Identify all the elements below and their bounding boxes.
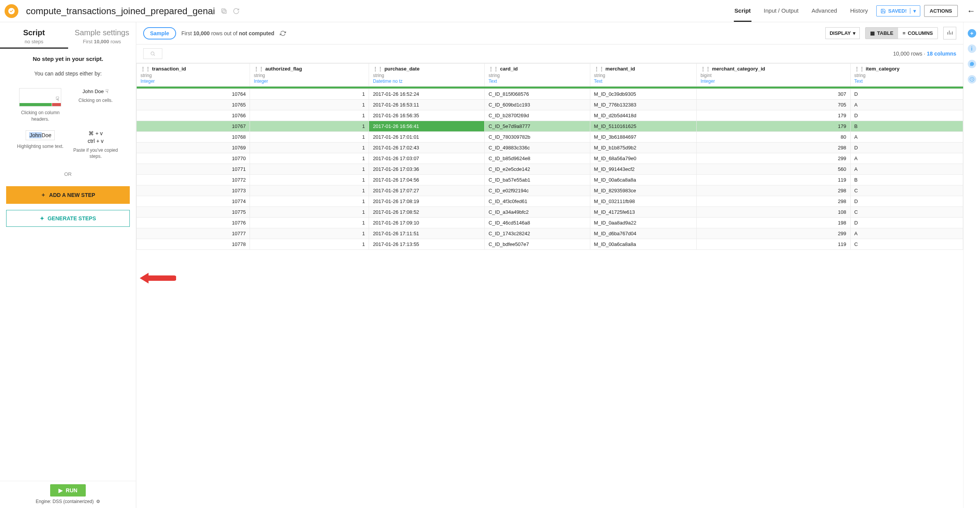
table-cell[interactable]: 179 <box>697 110 850 121</box>
table-cell[interactable]: 1 <box>250 196 369 207</box>
table-cell[interactable]: M_ID_0c39db9305 <box>590 89 696 100</box>
gear-icon[interactable]: ⚙ <box>96 499 100 504</box>
table-cell[interactable]: 10769 <box>137 143 250 153</box>
table-cell[interactable]: 2017-01-26 16:56:41 <box>369 121 485 132</box>
saved-button[interactable]: SAVED! ▾ <box>876 5 920 16</box>
table-cell[interactable]: 1 <box>250 100 369 110</box>
table-cell[interactable]: 2017-01-26 17:04:56 <box>369 175 485 185</box>
rail-add-icon[interactable]: + <box>968 29 976 38</box>
column-header-transaction_id[interactable]: ⋮⋮transaction_idstringInteger <box>137 64 250 87</box>
table-cell[interactable]: 2017-01-26 17:09:10 <box>369 218 485 228</box>
table-cell[interactable]: M_ID_776b132383 <box>590 100 696 110</box>
table-cell[interactable]: M_ID_00a6ca8a8a <box>590 239 696 250</box>
table-row[interactable]: 1077812017-01-26 17:13:55C_ID_bdfee507e7… <box>137 239 963 250</box>
table-cell[interactable]: B <box>850 121 963 132</box>
column-header-card_id[interactable]: ⋮⋮card_idstringText <box>485 64 590 87</box>
topnav-input-output[interactable]: Input / Output <box>763 0 799 22</box>
table-cell[interactable]: 1 <box>250 110 369 121</box>
table-cell[interactable]: M_ID_b1b875d9b2 <box>590 143 696 153</box>
refresh-icon[interactable] <box>233 8 240 15</box>
table-cell[interactable]: C_ID_e02f92194c <box>485 185 590 196</box>
table-cell[interactable]: M_ID_82935983ce <box>590 185 696 196</box>
table-cell[interactable]: D <box>850 89 963 100</box>
back-arrow-icon[interactable]: ← <box>967 6 975 16</box>
table-cell[interactable]: C_ID_780309782b <box>485 132 590 143</box>
table-cell[interactable]: 10777 <box>137 228 250 239</box>
refresh-icon[interactable] <box>280 30 286 36</box>
table-cell[interactable]: C <box>850 239 963 250</box>
table-cell[interactable]: C_ID_bdfee507e7 <box>485 239 590 250</box>
table-cell[interactable]: A <box>850 132 963 143</box>
left-tab-script[interactable]: Scriptno steps <box>0 22 68 49</box>
table-row[interactable]: 1076512017-01-26 16:53:11C_ID_609bd1c193… <box>137 100 963 110</box>
table-cell[interactable]: 2017-01-26 17:03:07 <box>369 153 485 164</box>
table-cell[interactable]: C <box>850 185 963 196</box>
table-cell[interactable]: 1 <box>250 185 369 196</box>
table-row[interactable]: 1077312017-01-26 17:07:27C_ID_e02f92194c… <box>137 185 963 196</box>
table-cell[interactable]: 307 <box>697 89 850 100</box>
table-row[interactable]: 1077212017-01-26 17:04:56C_ID_ba57e55ab1… <box>137 175 963 185</box>
table-cell[interactable]: 10773 <box>137 185 250 196</box>
table-cell[interactable]: 119 <box>697 239 850 250</box>
table-cell[interactable]: M_ID_032111fb98 <box>590 196 696 207</box>
table-cell[interactable]: M_ID_68a56a79e0 <box>590 153 696 164</box>
table-cell[interactable]: C_ID_609bd1c193 <box>485 100 590 110</box>
table-cell[interactable]: 1 <box>250 175 369 185</box>
table-cell[interactable]: C_ID_5e7d9a8777 <box>485 121 590 132</box>
table-cell[interactable]: M_ID_991443ecf2 <box>590 164 696 175</box>
table-cell[interactable]: 1 <box>250 121 369 132</box>
table-cell[interactable]: D <box>850 218 963 228</box>
table-cell[interactable]: C <box>850 207 963 218</box>
table-row[interactable]: 1077612017-01-26 17:09:10C_ID_46cd5146a8… <box>137 218 963 228</box>
table-cell[interactable]: A <box>850 153 963 164</box>
table-cell[interactable]: 2017-01-26 16:56:35 <box>369 110 485 121</box>
column-header-merchant_category_id[interactable]: ⋮⋮merchant_category_idbigintInteger <box>697 64 850 87</box>
columns-view-button[interactable]: ≡COLUMNS <box>898 28 938 39</box>
table-cell[interactable]: 299 <box>697 153 850 164</box>
data-table[interactable]: ⋮⋮transaction_idstringInteger⋮⋮authorize… <box>136 63 963 250</box>
left-tab-sample-settings[interactable]: Sample settingsFirst 10,000 rows <box>68 22 136 49</box>
table-cell[interactable]: C_ID_ba57e55ab1 <box>485 175 590 185</box>
table-cell[interactable]: D <box>850 196 963 207</box>
table-cell[interactable]: 198 <box>697 218 850 228</box>
table-cell[interactable]: A <box>850 164 963 175</box>
table-cell[interactable]: 10768 <box>137 132 250 143</box>
column-header-purchase_date[interactable]: ⋮⋮purchase_datestringDatetime no tz <box>369 64 485 87</box>
table-cell[interactable]: 80 <box>697 132 850 143</box>
table-cell[interactable]: 1 <box>250 239 369 250</box>
table-row[interactable]: 1077112017-01-26 17:03:36C_ID_e2e5cde142… <box>137 164 963 175</box>
table-cell[interactable]: 10775 <box>137 207 250 218</box>
table-cell[interactable]: 1 <box>250 89 369 100</box>
column-header-authorized_flag[interactable]: ⋮⋮authorized_flagstringInteger <box>250 64 369 87</box>
table-row[interactable]: 1077412017-01-26 17:08:19C_ID_4f3c0fed61… <box>137 196 963 207</box>
table-cell[interactable]: 10772 <box>137 175 250 185</box>
table-cell[interactable]: A <box>850 228 963 239</box>
table-cell[interactable]: M_ID_d2b5d4418d <box>590 110 696 121</box>
table-row[interactable]: 1077512017-01-26 17:08:52C_ID_a34a49bfc2… <box>137 207 963 218</box>
table-cell[interactable]: 2017-01-26 17:11:51 <box>369 228 485 239</box>
table-cell[interactable]: 10771 <box>137 164 250 175</box>
table-row[interactable]: 1077012017-01-26 17:03:07C_ID_b85d9624e8… <box>137 153 963 164</box>
table-cell[interactable]: 705 <box>697 100 850 110</box>
app-logo[interactable] <box>5 4 18 18</box>
table-cell[interactable]: 1 <box>250 207 369 218</box>
table-row[interactable]: 1076712017-01-26 16:56:41C_ID_5e7d9a8777… <box>137 121 963 132</box>
rail-chat-icon[interactable] <box>968 60 976 68</box>
table-cell[interactable]: A <box>850 100 963 110</box>
table-row[interactable]: 1077712017-01-26 17:11:51C_ID_1743c28242… <box>137 228 963 239</box>
table-cell[interactable]: 2017-01-26 16:52:24 <box>369 89 485 100</box>
table-cell[interactable]: 10778 <box>137 239 250 250</box>
copy-icon[interactable] <box>220 8 227 15</box>
display-dropdown[interactable]: DISPLAY▾ <box>825 27 860 39</box>
table-cell[interactable]: 10764 <box>137 89 250 100</box>
topnav-script[interactable]: Script <box>734 0 752 22</box>
table-cell[interactable]: 10766 <box>137 110 250 121</box>
table-row[interactable]: 1076812017-01-26 17:01:01C_ID_780309782b… <box>137 132 963 143</box>
table-cell[interactable]: C_ID_46cd5146a8 <box>485 218 590 228</box>
column-header-merchant_id[interactable]: ⋮⋮merchant_idstringText <box>590 64 696 87</box>
table-cell[interactable]: 10765 <box>137 100 250 110</box>
table-cell[interactable]: D <box>850 143 963 153</box>
table-row[interactable]: 1076912017-01-26 17:02:43C_ID_49883c336c… <box>137 143 963 153</box>
table-cell[interactable]: 560 <box>697 164 850 175</box>
table-cell[interactable]: 298 <box>697 143 850 153</box>
